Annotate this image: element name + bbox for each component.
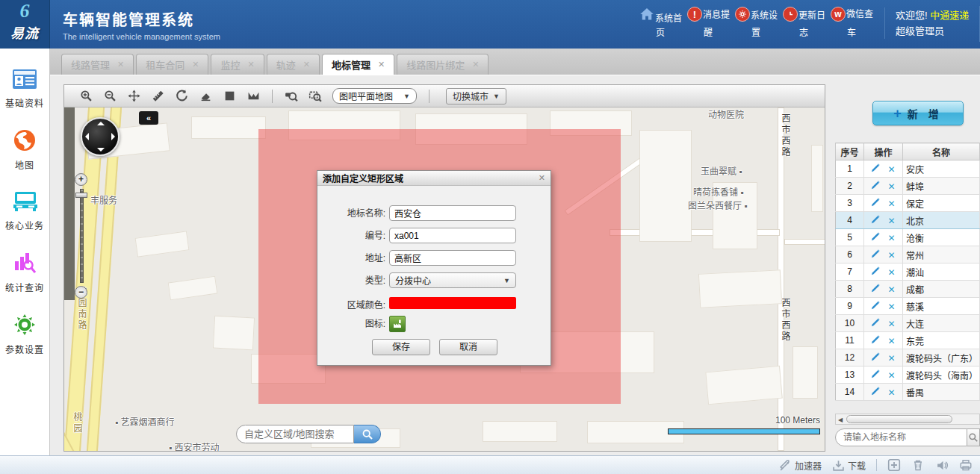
nav-messages[interactable]: !消息提醒 bbox=[684, 6, 732, 38]
locate-search-icon[interactable] bbox=[285, 90, 298, 103]
table-row[interactable]: 11✕东莞 bbox=[836, 332, 980, 349]
zoom-out-icon[interactable] bbox=[103, 90, 117, 103]
edit-icon[interactable] bbox=[871, 370, 881, 381]
edit-icon[interactable] bbox=[871, 164, 881, 175]
delete-icon[interactable]: ✕ bbox=[887, 216, 895, 226]
delete-icon[interactable]: ✕ bbox=[887, 233, 895, 243]
edit-icon[interactable] bbox=[871, 284, 881, 295]
edit-icon[interactable] bbox=[871, 216, 881, 226]
address-field[interactable] bbox=[389, 250, 516, 266]
pan-right-icon[interactable] bbox=[111, 133, 115, 140]
landmark-search-button[interactable] bbox=[967, 428, 980, 446]
company-name[interactable]: 中通速递 bbox=[930, 10, 969, 21]
tab-2[interactable]: 监控✕ bbox=[211, 54, 264, 75]
delete-icon[interactable]: ✕ bbox=[887, 284, 895, 295]
nav-wechat[interactable]: w微信查车 bbox=[828, 6, 875, 38]
tab-3[interactable]: 轨迹✕ bbox=[267, 54, 320, 75]
landmark-search-input[interactable] bbox=[835, 428, 967, 446]
close-icon[interactable]: ✕ bbox=[539, 173, 545, 183]
delete-icon[interactable]: ✕ bbox=[887, 370, 895, 381]
sidebar-item-parameters[interactable]: 参数设置 bbox=[0, 313, 49, 355]
edit-icon[interactable] bbox=[871, 181, 881, 192]
pan-left-icon[interactable] bbox=[85, 133, 89, 140]
landmark-name-field[interactable] bbox=[389, 205, 516, 221]
code-field[interactable] bbox=[389, 228, 516, 243]
logo[interactable]: 6 易流 bbox=[0, 0, 50, 49]
rotate-icon[interactable] bbox=[175, 90, 188, 103]
tab-4[interactable]: 地标管理✕ bbox=[322, 54, 394, 75]
table-row[interactable]: 7✕潮汕 bbox=[836, 263, 980, 281]
print-button[interactable] bbox=[959, 458, 973, 472]
tab-close-icon[interactable]: ✕ bbox=[378, 60, 385, 69]
col-name[interactable]: 名称 bbox=[903, 143, 980, 160]
table-row[interactable]: 12✕渡轮码头（广东） bbox=[836, 349, 980, 367]
nav-home[interactable]: 系统首页 bbox=[636, 6, 684, 38]
switch-city-button[interactable]: 切换城市 ▼ bbox=[446, 88, 506, 105]
save-button[interactable]: 保存 bbox=[372, 339, 430, 355]
nav-changelog[interactable]: 更新日志 bbox=[780, 6, 828, 38]
pan-up-icon[interactable] bbox=[97, 122, 105, 125]
col-index[interactable]: 序号 bbox=[836, 143, 864, 160]
zoom-in-icon[interactable] bbox=[79, 90, 93, 103]
tab-close-icon[interactable]: ✕ bbox=[117, 60, 124, 69]
map-search-input[interactable] bbox=[236, 425, 354, 443]
collapse-panel-button[interactable]: « bbox=[139, 111, 158, 125]
pan-icon[interactable] bbox=[127, 90, 140, 103]
table-row[interactable]: 2✕蚌埠 bbox=[836, 178, 980, 195]
edit-icon[interactable] bbox=[871, 319, 881, 329]
nav-settings[interactable]: 系统设置 bbox=[732, 6, 780, 38]
table-row[interactable]: 1✕安庆 bbox=[836, 160, 980, 178]
delete-icon[interactable]: ✕ bbox=[887, 181, 895, 192]
sidebar-item-statistics[interactable]: 统计查询 bbox=[0, 251, 49, 293]
add-landmark-button[interactable]: + 新 增 bbox=[872, 101, 964, 125]
tab-close-icon[interactable]: ✕ bbox=[303, 60, 310, 69]
download-button[interactable]: 下载 bbox=[832, 459, 866, 472]
delete-icon[interactable]: ✕ bbox=[887, 199, 895, 209]
cancel-button[interactable]: 取消 bbox=[439, 339, 497, 355]
zoom-slider-handle[interactable] bbox=[75, 193, 87, 198]
map-search-button[interactable] bbox=[354, 425, 381, 443]
table-row[interactable]: 9✕慈溪 bbox=[836, 298, 980, 315]
table-row[interactable]: 14✕番禺 bbox=[836, 384, 980, 401]
table-row[interactable]: 5✕沧衡 bbox=[836, 229, 980, 246]
landmark-icon-picker[interactable] bbox=[389, 316, 406, 332]
tab-close-icon[interactable]: ✕ bbox=[247, 60, 254, 69]
zoom-in-button[interactable]: + bbox=[75, 173, 87, 186]
table-row[interactable]: 6✕常州 bbox=[836, 246, 980, 263]
edit-icon[interactable] bbox=[871, 233, 881, 243]
table-row[interactable]: 13✕渡轮码头（海南） bbox=[836, 367, 980, 384]
col-actions[interactable]: 操作 bbox=[864, 143, 903, 160]
tab-1[interactable]: 租车合同✕ bbox=[136, 54, 208, 75]
edit-icon[interactable] bbox=[871, 250, 881, 261]
polygon-icon[interactable] bbox=[246, 90, 260, 103]
delete-icon[interactable]: ✕ bbox=[887, 336, 895, 346]
dialog-titlebar[interactable]: 添加自定义矩形区域 ✕ bbox=[317, 171, 551, 186]
tab-5[interactable]: 线路图片绑定✕ bbox=[397, 54, 489, 75]
pan-down-icon[interactable] bbox=[97, 148, 105, 152]
delete-icon[interactable]: ✕ bbox=[887, 302, 895, 312]
delete-icon[interactable]: ✕ bbox=[887, 353, 895, 364]
tab-0[interactable]: 线路管理✕ bbox=[61, 54, 134, 75]
delete-button[interactable] bbox=[911, 458, 925, 472]
tab-close-icon[interactable]: ✕ bbox=[472, 60, 479, 69]
table-row[interactable]: 3✕保定 bbox=[836, 195, 980, 212]
edit-icon[interactable] bbox=[871, 353, 881, 364]
sidebar-item-base-data[interactable]: 基础资料 bbox=[0, 68, 49, 109]
edit-icon[interactable] bbox=[871, 199, 881, 209]
table-horizontal-scrollbar[interactable]: ◀ bbox=[835, 414, 980, 425]
delete-icon[interactable]: ✕ bbox=[887, 387, 895, 398]
tab-close-icon[interactable]: ✕ bbox=[192, 60, 199, 69]
table-row[interactable]: 4✕北京 bbox=[836, 212, 980, 229]
ruler-icon[interactable] bbox=[151, 90, 164, 103]
sound-button[interactable] bbox=[935, 458, 949, 472]
zoom-out-button[interactable]: − bbox=[75, 286, 87, 299]
scroll-left-icon[interactable]: ◀ bbox=[838, 417, 843, 423]
eraser-icon[interactable] bbox=[199, 90, 212, 103]
map-type-dropdown[interactable]: 图吧平面地图 ▼ bbox=[332, 88, 417, 104]
region-color-swatch[interactable] bbox=[389, 297, 516, 309]
delete-icon[interactable]: ✕ bbox=[887, 250, 895, 261]
sidebar-item-core-business[interactable]: 核心业务 bbox=[0, 190, 49, 231]
scrollbar-thumb[interactable] bbox=[846, 415, 952, 423]
delete-icon[interactable]: ✕ bbox=[887, 164, 895, 175]
delete-icon[interactable]: ✕ bbox=[887, 267, 895, 278]
